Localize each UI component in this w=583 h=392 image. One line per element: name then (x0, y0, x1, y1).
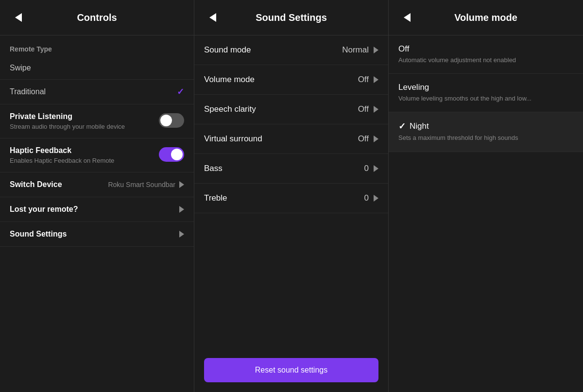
volume-off-header: Off (398, 44, 573, 54)
controls-header: Controls (0, 0, 194, 35)
volume-mode-panel: Volume mode Off Automatic volume adjustm… (389, 0, 583, 392)
virtual-surround-label: Virtual surround (204, 134, 358, 144)
volume-leveling-option[interactable]: Leveling Volume leveling smooths out the… (389, 74, 583, 112)
haptic-feedback-info: Haptic Feedback Enables Haptic Feedback … (10, 146, 159, 164)
traditional-check-icon: ✓ (177, 86, 184, 97)
bass-label: Bass (204, 164, 364, 173)
sound-mode-value: Normal (342, 45, 369, 55)
bass-row[interactable]: Bass 0 (194, 154, 388, 184)
controls-panel: Controls Remote Type Swipe Traditional ✓… (0, 0, 194, 392)
private-listening-info: Private Listening Stream audio through y… (10, 112, 159, 130)
bass-value: 0 (364, 164, 369, 173)
volume-mode-value: Off (358, 75, 369, 85)
virtual-surround-row[interactable]: Virtual surround Off (194, 124, 388, 154)
speech-clarity-chevron-icon (374, 106, 378, 113)
haptic-feedback-knob (171, 149, 183, 160)
volume-back-arrow-icon (404, 13, 411, 22)
sound-settings-title: Sound Settings (222, 12, 361, 23)
volume-leveling-desc: Volume leveling smooths out the high and… (398, 94, 573, 103)
treble-chevron-icon (374, 195, 378, 202)
switch-device-value: Roku Smart Soundbar (108, 181, 175, 188)
haptic-feedback-title: Haptic Feedback (10, 146, 159, 155)
haptic-feedback-row: Haptic Feedback Enables Haptic Feedback … (0, 138, 194, 172)
volume-back-button[interactable] (398, 9, 416, 26)
traditional-option[interactable]: Traditional ✓ (0, 80, 194, 104)
controls-back-button[interactable] (10, 9, 27, 26)
bass-chevron-icon (374, 165, 378, 172)
private-listening-toggle[interactable] (159, 113, 184, 128)
volume-night-name: Night (410, 121, 573, 131)
haptic-feedback-subtitle: Enables Haptic Feedback on Remote (10, 157, 159, 164)
lost-remote-chevron-icon (179, 206, 184, 213)
sound-settings-panel: Sound Settings Sound mode Normal Volume … (194, 0, 389, 392)
sound-mode-chevron-icon (374, 47, 378, 53)
volume-night-option[interactable]: ✓ Night Sets a maximum threshold for hig… (389, 112, 583, 152)
volume-off-option[interactable]: Off Automatic volume adjustment not enab… (389, 35, 583, 74)
sound-settings-row[interactable]: Sound Settings (0, 222, 194, 247)
private-listening-knob (160, 115, 172, 126)
sound-back-button[interactable] (204, 9, 222, 26)
treble-row[interactable]: Treble 0 (194, 184, 388, 213)
volume-mode-title: Volume mode (416, 12, 556, 23)
switch-device-row[interactable]: Switch Device Roku Smart Soundbar (0, 172, 194, 197)
controls-title: Controls (27, 12, 167, 23)
volume-mode-chevron-icon (374, 76, 378, 83)
swipe-option[interactable]: Swipe (0, 57, 194, 80)
treble-value: 0 (364, 193, 369, 203)
speech-clarity-value: Off (358, 104, 369, 114)
volume-mode-header: Volume mode (389, 0, 583, 35)
reset-sound-settings-button[interactable]: Reset sound settings (204, 358, 378, 382)
volume-off-name: Off (398, 44, 573, 54)
sound-mode-label: Sound mode (204, 45, 342, 55)
volume-mode-row[interactable]: Volume mode Off (194, 65, 388, 95)
sound-settings-header: Sound Settings (194, 0, 388, 35)
sound-settings-nav-label: Sound Settings (10, 230, 179, 239)
private-listening-subtitle: Stream audio through your mobile device (10, 123, 159, 130)
treble-label: Treble (204, 193, 364, 203)
volume-mode-label: Volume mode (204, 75, 358, 85)
speech-clarity-label: Speech clarity (204, 104, 358, 114)
lost-remote-label: Lost your remote? (10, 205, 179, 214)
haptic-feedback-toggle[interactable] (159, 147, 184, 162)
remote-type-label: Remote Type (0, 35, 194, 57)
speech-clarity-row[interactable]: Speech clarity Off (194, 95, 388, 124)
volume-night-selected-icon: ✓ (398, 121, 406, 132)
virtual-surround-chevron-icon (374, 136, 378, 142)
sound-settings-chevron-icon (179, 231, 184, 238)
volume-leveling-header: Leveling (398, 83, 573, 92)
virtual-surround-value: Off (358, 134, 369, 144)
swipe-label: Swipe (10, 64, 184, 72)
volume-off-desc: Automatic volume adjustment not enabled (398, 56, 573, 65)
switch-device-chevron-icon (179, 181, 184, 188)
sound-back-arrow-icon (209, 13, 216, 22)
private-listening-row: Private Listening Stream audio through y… (0, 104, 194, 138)
volume-night-desc: Sets a maximum threshold for high sounds (398, 134, 573, 142)
switch-device-label: Switch Device (10, 180, 108, 189)
private-listening-title: Private Listening (10, 112, 159, 121)
back-arrow-icon (15, 13, 22, 22)
sound-mode-row[interactable]: Sound mode Normal (194, 35, 388, 65)
traditional-label: Traditional (10, 87, 177, 96)
lost-remote-row[interactable]: Lost your remote? (0, 197, 194, 222)
volume-night-header: ✓ Night (398, 121, 573, 132)
volume-leveling-name: Leveling (398, 83, 573, 92)
